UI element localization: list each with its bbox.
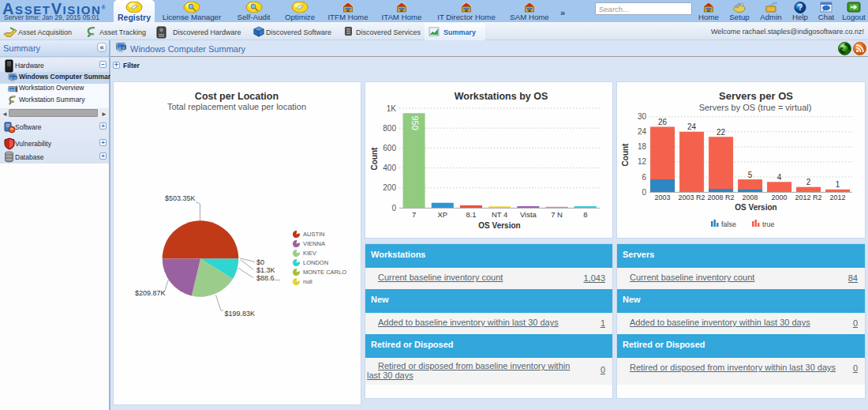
svg-text:1K: 1K xyxy=(387,104,397,113)
svg-text:7 N: 7 N xyxy=(551,210,563,219)
svg-text:MONTE CARLO: MONTE CARLO xyxy=(303,269,346,276)
svg-text:VIENNA: VIENNA xyxy=(303,240,325,247)
svg-text:2008: 2008 xyxy=(743,194,758,201)
svg-text:$503.35K: $503.35K xyxy=(165,194,196,202)
svg-text:8: 8 xyxy=(583,210,587,219)
svg-text:Servers by OS (true = virtual): Servers by OS (true = virtual) xyxy=(699,103,812,112)
svg-text:30: 30 xyxy=(638,112,647,121)
svg-text:0: 0 xyxy=(642,188,646,197)
svg-text:2: 2 xyxy=(806,178,811,186)
svg-text:2003 R2: 2003 R2 xyxy=(679,194,705,201)
svg-text:8.1: 8.1 xyxy=(466,210,476,219)
svg-text:Count: Count xyxy=(370,147,379,171)
svg-text:NT 4: NT 4 xyxy=(492,210,507,219)
svg-text:?: ? xyxy=(798,3,803,12)
svg-text:$88.6...: $88.6... xyxy=(256,274,280,282)
svg-text:Vista: Vista xyxy=(520,210,537,219)
svg-text:$1.3K: $1.3K xyxy=(256,266,275,274)
svg-text:400: 400 xyxy=(383,164,396,172)
svg-text:false: false xyxy=(721,220,736,228)
svg-text:LONDON: LONDON xyxy=(303,259,328,266)
svg-text:600: 600 xyxy=(383,144,396,152)
svg-text:2012 R2: 2012 R2 xyxy=(795,194,822,201)
svg-text:950: 950 xyxy=(410,116,420,130)
svg-text:Count: Count xyxy=(621,143,630,167)
svg-text:XP: XP xyxy=(437,210,447,219)
svg-text:22: 22 xyxy=(716,128,726,137)
svg-text:0: 0 xyxy=(391,204,396,213)
svg-text:200: 200 xyxy=(383,183,396,192)
svg-text:18: 18 xyxy=(638,142,647,151)
svg-text:24: 24 xyxy=(638,127,647,136)
svg-text:7: 7 xyxy=(412,210,416,219)
svg-text:26: 26 xyxy=(658,118,668,126)
svg-text:KIEV: KIEV xyxy=(303,250,316,257)
svg-text:5: 5 xyxy=(748,171,753,179)
svg-text:Workstations by OS: Workstations by OS xyxy=(455,91,548,102)
svg-text:24: 24 xyxy=(687,122,697,131)
svg-text:$209.87K: $209.87K xyxy=(135,289,166,297)
svg-text:$0: $0 xyxy=(256,258,264,266)
svg-text:AUSTIN: AUSTIN xyxy=(303,231,325,238)
svg-text:2012: 2012 xyxy=(830,194,846,201)
svg-text:4: 4 xyxy=(777,173,782,182)
svg-text:1: 1 xyxy=(836,180,840,189)
svg-text:Servers per OS: Servers per OS xyxy=(719,90,793,102)
svg-text:null: null xyxy=(303,278,312,285)
svg-text:Cost per Location: Cost per Location xyxy=(195,91,279,102)
svg-text:800: 800 xyxy=(383,124,396,133)
svg-text:OS Version: OS Version xyxy=(478,221,520,230)
svg-text:2000: 2000 xyxy=(772,194,788,201)
svg-text:2003: 2003 xyxy=(655,194,671,201)
svg-text:$199.83K: $199.83K xyxy=(225,310,256,318)
svg-text:2008 R2: 2008 R2 xyxy=(708,194,735,201)
svg-text:true: true xyxy=(762,220,775,228)
svg-text:Total replacement value per lo: Total replacement value per location xyxy=(167,102,306,111)
svg-text:OS Version: OS Version xyxy=(735,203,776,212)
svg-text:12: 12 xyxy=(638,157,647,166)
svg-text:6: 6 xyxy=(642,173,646,182)
